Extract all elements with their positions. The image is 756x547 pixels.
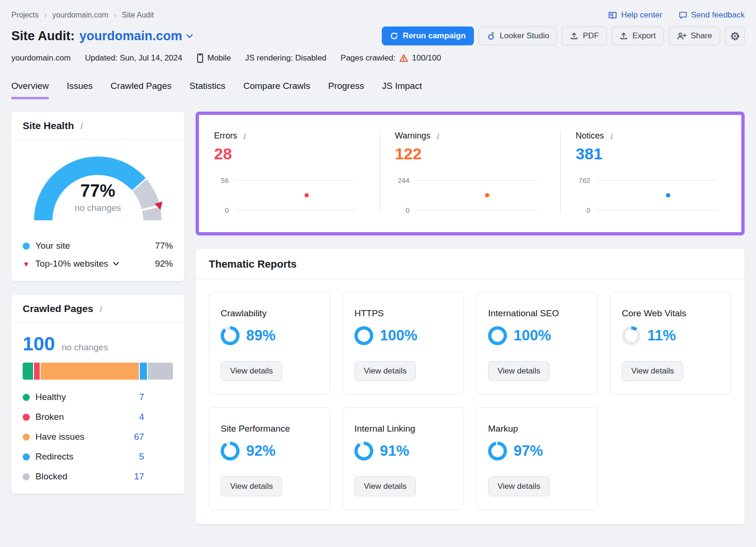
- export-button[interactable]: Export: [611, 26, 663, 45]
- tab-js-impact[interactable]: JS Impact: [382, 81, 422, 99]
- breadcrumb-domain[interactable]: yourdomain.com: [52, 11, 108, 19]
- crawled-pages-total: 100: [23, 333, 55, 355]
- view-details-button[interactable]: View details: [221, 361, 282, 381]
- bar-segment-blocked[interactable]: [148, 363, 173, 380]
- breadcrumb-separator-icon: ›: [44, 11, 47, 19]
- notices-value[interactable]: 381: [576, 145, 741, 163]
- upload-icon: [570, 32, 578, 40]
- mobile-phone-icon: [197, 53, 204, 63]
- chevron-down-icon[interactable]: [113, 262, 119, 266]
- view-details-button[interactable]: View details: [488, 361, 550, 381]
- progress-ring-icon: [488, 442, 507, 460]
- report-percent: 89%: [246, 327, 275, 344]
- progress-ring-icon: [354, 326, 373, 345]
- have-issues-count[interactable]: 67: [112, 432, 144, 442]
- refresh-icon: [390, 32, 398, 40]
- help-center-link[interactable]: Help center: [608, 10, 662, 20]
- breadcrumb: Projects › yourdomain.com › Site Audit: [11, 11, 154, 19]
- top10-value: 92%: [155, 259, 173, 269]
- healthy-count[interactable]: 7: [112, 392, 144, 402]
- view-details-button[interactable]: View details: [622, 361, 683, 381]
- warnings-value[interactable]: 122: [395, 145, 561, 163]
- errors-trend-chart: 56 0: [214, 176, 356, 214]
- report-percent: 11%: [647, 327, 676, 344]
- report-title: Core Web Vitals: [622, 308, 720, 319]
- axis-label-top: 244: [395, 176, 416, 184]
- legend-row-redirects: Redirects 5: [23, 451, 173, 462]
- report-card-core-web-vitals: Core Web Vitals 11% View details: [610, 292, 731, 395]
- legend-row-have-issues: Have issues 67: [23, 432, 173, 442]
- redirects-count[interactable]: 5: [112, 451, 144, 462]
- site-health-card: Site Health i 77% no changes: [11, 112, 184, 281]
- warnings-data-point[interactable]: [485, 193, 490, 198]
- breadcrumb-projects[interactable]: Projects: [11, 11, 39, 19]
- warning-triangle-icon: [399, 54, 408, 62]
- campaign-selector[interactable]: yourdomain.com: [79, 29, 193, 43]
- report-title: International SEO: [488, 308, 586, 319]
- info-icon[interactable]: i: [242, 132, 247, 140]
- info-icon[interactable]: i: [609, 132, 613, 140]
- issues-overview-panel: Errors i 28 56 0 Warnings i: [196, 112, 745, 235]
- looker-studio-button[interactable]: Looker Studio: [479, 26, 558, 45]
- tab-statistics[interactable]: Statistics: [189, 81, 225, 99]
- send-feedback-label: Send feedback: [691, 10, 745, 20]
- view-details-button[interactable]: View details: [354, 477, 416, 496]
- your-site-label: Your site: [35, 241, 70, 251]
- progress-ring-icon: [488, 326, 507, 345]
- send-feedback-link[interactable]: Send feedback: [679, 10, 745, 20]
- tab-compare-crawls[interactable]: Compare Crawls: [243, 81, 310, 99]
- settings-button[interactable]: [725, 26, 745, 45]
- notices-trend-chart: 762 0: [576, 176, 717, 214]
- bar-segment-broken[interactable]: [34, 363, 40, 380]
- meta-updated: Updated: Sun, Jul 14, 2024: [85, 53, 182, 63]
- meta-domain: yourdomain.com: [11, 53, 71, 63]
- chevron-down-icon: [186, 34, 193, 38]
- errors-data-point[interactable]: [304, 193, 309, 198]
- page-title: Site Audit: yourdomain.com: [11, 29, 193, 43]
- info-icon[interactable]: i: [98, 304, 103, 313]
- tab-progress[interactable]: Progress: [328, 81, 364, 99]
- errors-label: Errors: [214, 131, 237, 141]
- report-percent: 97%: [514, 443, 543, 460]
- pages-crawled-value: 100/100: [412, 53, 441, 63]
- warnings-section: Warnings i 122 244 0: [380, 131, 561, 214]
- legend-top10-websites: ▼ Top-10% websites 92%: [23, 259, 173, 269]
- progress-ring-icon: [221, 442, 240, 460]
- view-details-button[interactable]: View details: [488, 477, 550, 496]
- help-center-label: Help center: [621, 10, 662, 20]
- share-button[interactable]: Share: [669, 26, 720, 45]
- bar-segment-healthy[interactable]: [23, 363, 33, 380]
- blocked-count[interactable]: 17: [112, 471, 144, 482]
- divider: [380, 130, 380, 213]
- notices-section: Notices i 381 762 0: [560, 131, 741, 214]
- broken-label: Broken: [35, 412, 106, 422]
- pdf-button[interactable]: PDF: [562, 26, 607, 45]
- view-details-button[interactable]: View details: [354, 361, 416, 381]
- view-details-button[interactable]: View details: [221, 477, 282, 496]
- errors-section: Errors i 28 56 0: [199, 131, 380, 214]
- meta-device-label: Mobile: [207, 53, 231, 63]
- axis-label-top: 56: [214, 176, 235, 184]
- have-issues-dot-icon: [23, 434, 30, 441]
- share-label: Share: [691, 31, 712, 41]
- healthy-label: Healthy: [35, 392, 106, 402]
- rerun-campaign-label: Rerun campaign: [403, 31, 465, 41]
- bar-segment-redirects[interactable]: [140, 363, 147, 380]
- tab-issues[interactable]: Issues: [67, 81, 93, 99]
- notices-data-point[interactable]: [666, 193, 670, 198]
- progress-ring-icon: [354, 442, 373, 460]
- broken-count[interactable]: 4: [112, 412, 144, 422]
- info-icon[interactable]: i: [435, 132, 440, 140]
- bar-segment-have-issues[interactable]: [41, 363, 139, 380]
- tab-overview[interactable]: Overview: [11, 81, 49, 99]
- rerun-campaign-button[interactable]: Rerun campaign: [382, 26, 473, 45]
- info-icon[interactable]: i: [79, 122, 84, 130]
- gridline: [235, 180, 356, 181]
- pdf-label: PDF: [583, 31, 599, 41]
- notices-label: Notices: [576, 131, 604, 141]
- errors-value[interactable]: 28: [214, 145, 380, 163]
- upload-icon: [619, 32, 628, 40]
- top10-label: Top-10% websites: [35, 259, 108, 269]
- tab-crawled-pages[interactable]: Crawled Pages: [111, 81, 172, 99]
- page-title-prefix: Site Audit:: [11, 29, 75, 43]
